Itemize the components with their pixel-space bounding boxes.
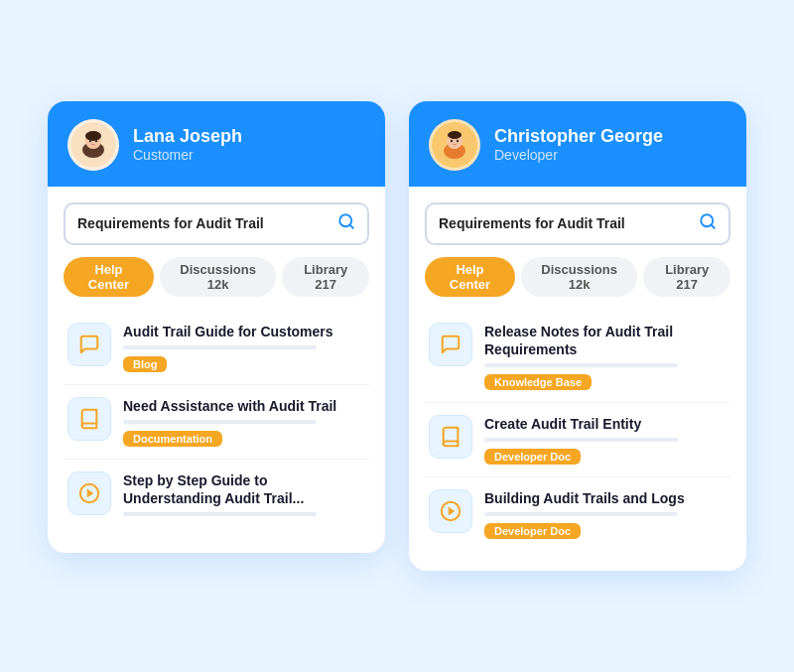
result-item: Step by Step Guide to Understanding Audi… <box>64 460 369 533</box>
result-item: Create Audit Trail Entity Developer Doc <box>425 403 730 477</box>
svg-marker-9 <box>87 489 93 496</box>
tab-help-center[interactable]: Help Center <box>64 257 154 297</box>
search-bar[interactable] <box>64 202 369 245</box>
avatar <box>67 119 119 171</box>
tabs: Help Center Discussions 12k Library 217 <box>425 257 730 297</box>
result-tag: Documentation <box>123 431 222 447</box>
tab-library-217[interactable]: Library 217 <box>643 257 730 297</box>
result-tag: Developer Doc <box>484 449 581 465</box>
result-icon-play <box>429 489 472 533</box>
result-content: Need Assistance with Audit Trail Documen… <box>123 397 365 447</box>
result-title: Step by Step Guide to Understanding Audi… <box>123 471 365 507</box>
result-bar <box>123 345 317 349</box>
result-content: Release Notes for Audit Trail Requiremen… <box>484 323 727 390</box>
svg-line-17 <box>711 224 714 227</box>
result-icon-play <box>67 471 111 515</box>
result-item: Audit Trail Guide for Customers Blog <box>64 311 369 385</box>
user-name: Lana Joseph <box>133 126 242 148</box>
svg-point-3 <box>85 131 101 141</box>
card-body: Help Center Discussions 12k Library 217 … <box>409 187 746 572</box>
search-input[interactable] <box>77 215 337 231</box>
tab-discussions-12k[interactable]: Discussions 12k <box>160 257 276 297</box>
search-icon[interactable] <box>699 212 717 235</box>
result-title: Building Audit Trails and Logs <box>484 489 727 507</box>
result-bar <box>484 512 678 516</box>
search-bar[interactable] <box>425 202 730 245</box>
result-icon-chat <box>67 323 111 366</box>
svg-point-13 <box>448 131 462 139</box>
card-lana: Lana Joseph Customer Help Center Discuss… <box>48 101 385 554</box>
svg-point-14 <box>451 139 453 141</box>
result-bar <box>484 438 678 442</box>
result-item: Building Audit Trails and Logs Developer… <box>425 477 730 551</box>
result-content: Building Audit Trails and Logs Developer… <box>484 489 727 539</box>
result-title: Release Notes for Audit Trail Requiremen… <box>484 323 727 358</box>
card-header: Christopher George Developer <box>409 101 746 187</box>
svg-line-7 <box>349 224 352 227</box>
search-icon[interactable] <box>337 212 355 235</box>
result-item: Need Assistance with Audit Trail Documen… <box>64 385 369 460</box>
cards-container: Lana Joseph Customer Help Center Discuss… <box>18 62 776 611</box>
tab-help-center[interactable]: Help Center <box>425 257 515 297</box>
result-bar <box>123 512 317 516</box>
result-content: Create Audit Trail Entity Developer Doc <box>484 415 727 465</box>
svg-point-5 <box>95 139 97 141</box>
user-info: Christopher George Developer <box>494 126 663 164</box>
result-icon-book <box>429 415 472 459</box>
user-role: Developer <box>494 147 663 163</box>
tab-library-217[interactable]: Library 217 <box>282 257 369 297</box>
result-title: Audit Trail Guide for Customers <box>123 323 365 340</box>
result-title: Need Assistance with Audit Trail <box>123 397 365 415</box>
card-chris: Christopher George Developer Help Center… <box>409 101 746 572</box>
result-tag: Blog <box>123 356 167 372</box>
card-header: Lana Joseph Customer <box>48 101 385 187</box>
result-content: Step by Step Guide to Understanding Audi… <box>123 471 365 521</box>
svg-marker-19 <box>449 508 455 515</box>
result-icon-chat <box>429 323 472 366</box>
user-name: Christopher George <box>494 126 663 148</box>
tab-discussions-12k[interactable]: Discussions 12k <box>521 257 637 297</box>
result-content: Audit Trail Guide for Customers Blog <box>123 323 365 372</box>
result-list: Release Notes for Audit Trail Requiremen… <box>425 311 730 552</box>
result-bar <box>123 420 317 424</box>
svg-point-15 <box>457 139 459 141</box>
result-bar <box>484 363 678 367</box>
result-title: Create Audit Trail Entity <box>484 415 727 433</box>
result-tag: Knowledge Base <box>484 374 592 390</box>
avatar <box>429 119 480 171</box>
user-role: Customer <box>133 147 242 163</box>
svg-point-4 <box>89 139 91 141</box>
tabs: Help Center Discussions 12k Library 217 <box>64 257 369 297</box>
user-info: Lana Joseph Customer <box>133 126 242 164</box>
result-item: Release Notes for Audit Trail Requiremen… <box>425 311 730 403</box>
search-input[interactable] <box>439 215 699 231</box>
result-icon-book <box>67 397 111 441</box>
result-tag: Developer Doc <box>484 523 581 539</box>
result-list: Audit Trail Guide for Customers Blog Nee… <box>64 311 369 534</box>
card-body: Help Center Discussions 12k Library 217 … <box>48 187 385 554</box>
